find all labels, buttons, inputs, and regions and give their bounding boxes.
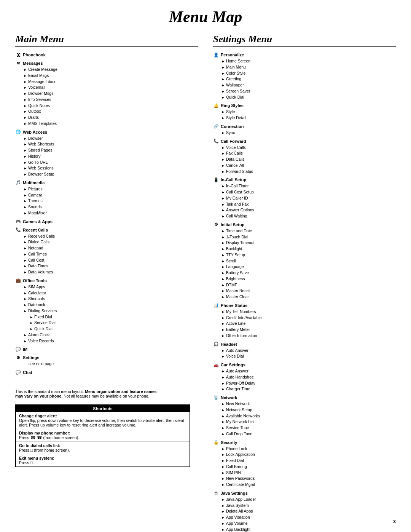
list-item: ►Email Msgs xyxy=(24,73,198,79)
menu-section-call-forward: 📞 Call Forward ►Voice Calls ►Fax Calls ►… xyxy=(213,138,396,175)
personalize-subitems: ►Home Screen ►Main Menu ►Color Style ►Gr… xyxy=(221,58,396,100)
list-item: ►New Network xyxy=(221,401,396,407)
list-item: ►App Vibration xyxy=(221,514,396,521)
office-tools-subitems: ►SIM Apps ►Calculator ►Shortcuts ►Datebo… xyxy=(24,284,198,344)
menu-item-java-settings: ☕ Java Settings xyxy=(213,490,396,496)
list-item: ►Auto Answer xyxy=(221,368,396,374)
connection-label: Connection xyxy=(221,124,244,129)
network-icon: 📡 xyxy=(213,395,219,401)
menu-section-office-tools: 💼 Office Tools ►SIM Apps ►Calculator ►Sh… xyxy=(15,278,198,344)
games-icon: 🎮 xyxy=(15,219,21,225)
menu-section-im: 💬 IM xyxy=(15,346,198,352)
list-item: ►Java System xyxy=(221,503,396,509)
list-item: ►Backlight xyxy=(221,246,396,252)
initial-setup-label: Initial Setup xyxy=(221,222,244,227)
shortcut-display-phone: Display my phone number: Press ☎ ☎ (from… xyxy=(16,429,190,442)
shortcut-exit-menu: Exit menu system: Press □. xyxy=(16,454,190,466)
menu-section-security: 🔒 Security ►Phone Lock ►Lock Application… xyxy=(213,439,396,488)
list-item: ►Fixed Dial xyxy=(30,314,198,320)
list-item: ►Quick Dial xyxy=(30,326,198,332)
list-item: ►Wallpaper xyxy=(221,82,396,88)
dialing-services-subitems: ►Fixed Dial ►Service Dial ►Quick Dial xyxy=(30,314,198,332)
list-item: ►App Backlight xyxy=(221,527,396,532)
footer-note: This is the standard main menu layout. M… xyxy=(15,389,190,398)
menu-item-connection: 🔗 Connection xyxy=(213,123,396,129)
menu-item-call-forward: 📞 Call Forward xyxy=(213,138,396,144)
settings-label: Settings xyxy=(23,355,39,360)
menu-section-personalize: 👤 Personalize ►Home Screen ►Main Menu ►C… xyxy=(213,52,396,100)
menu-item-office-tools: 💼 Office Tools xyxy=(15,278,198,284)
list-item: ►Certificate Mgmt xyxy=(221,482,396,488)
menu-item-web-access: 🌐 Web Access xyxy=(15,129,198,135)
shortcut-dialed-calls-body: Press □ (from home screen). xyxy=(19,448,186,452)
menu-item-personalize: 👤 Personalize xyxy=(213,52,396,58)
shortcut-dialed-calls: Go to dialed calls list: Press □ (from h… xyxy=(16,442,190,454)
list-item: ►Voice Dial xyxy=(221,353,396,359)
list-item: ►Home Screen xyxy=(221,58,396,64)
page-number: 3 xyxy=(393,519,396,524)
list-item: ►1-Touch Dial xyxy=(221,234,396,240)
list-item: ►Data Times xyxy=(24,263,198,269)
list-item: ►Talk and Fax xyxy=(221,201,396,208)
list-item: ►Auto Answer xyxy=(221,348,396,354)
list-item: ►Display Timeout xyxy=(221,240,396,246)
im-label: IM xyxy=(23,347,27,351)
list-item: ►Web Shortcuts xyxy=(24,141,198,147)
in-call-setup-label: In-Call Setup xyxy=(221,177,246,182)
call-forward-label: Call Forward xyxy=(221,139,246,144)
list-item: ►Browser Msgs xyxy=(24,91,198,97)
list-item: ►Data Calls xyxy=(221,157,396,163)
list-item: ►Dialed Calls xyxy=(24,239,198,245)
menu-item-ring-styles: 🔔 Ring Styles xyxy=(213,102,396,109)
call-forward-icon: 📞 xyxy=(213,138,219,144)
car-settings-icon: 🚗 xyxy=(213,362,219,368)
menu-item-headset: 🎧 Headset xyxy=(213,341,396,347)
settings-icon: ⚙ xyxy=(15,355,21,361)
list-item: ►Battery Meter xyxy=(221,327,396,333)
security-subitems: ►Phone Lock ►Lock Application ►Fixed Dia… xyxy=(221,446,396,488)
menu-section-car-settings: 🚗 Car Settings ►Auto Answer ►Auto Handsf… xyxy=(213,362,396,392)
list-item: ►Answer Options xyxy=(221,207,396,213)
list-item: ►SIM Apps xyxy=(24,284,198,290)
list-item: ►Service Tone xyxy=(221,425,396,431)
menu-section-recent-calls: 📞 Recent Calls ►Received Calls ►Dialed C… xyxy=(15,227,198,275)
list-item: ►In-Call Timer xyxy=(221,183,396,189)
list-item: ►Voicemail xyxy=(24,85,198,91)
list-item: ►SIM PIN xyxy=(221,470,396,476)
list-item: ►Quick Dial xyxy=(221,94,396,101)
list-item: ►Auto Handsfree xyxy=(221,374,396,380)
menu-item-multimedia: 🎵 Multimedia xyxy=(15,180,198,186)
list-item: ►My Network List xyxy=(221,419,396,425)
in-call-setup-subitems: ►In-Call Timer ►Call Cost Setup ►My Call… xyxy=(221,183,396,219)
security-icon: 🔒 xyxy=(213,439,219,446)
list-item: ►Call Waiting xyxy=(221,213,396,219)
list-item: ►Message Inbox xyxy=(24,79,198,85)
list-item: ►Phone Lock xyxy=(221,446,396,452)
list-item: ►Language xyxy=(221,264,396,270)
ring-styles-subitems: ►Style ►Style Detail xyxy=(221,109,396,121)
messages-subitems: ►Create Message ►Email Msgs ►Message Inb… xyxy=(24,67,198,127)
list-item: ►Shortcuts xyxy=(24,296,198,302)
menu-section-initial-setup: ⚙ Initial Setup ►Time and Date ►1-Touch … xyxy=(213,222,396,300)
menu-item-chat: 💬 Chat xyxy=(15,369,198,375)
list-item: ►Style Detail xyxy=(221,115,396,121)
list-item: ►Call Times xyxy=(24,251,198,257)
headset-subitems: ►Auto Answer ►Voice Dial xyxy=(221,348,396,360)
list-item: ►Browser xyxy=(24,136,198,142)
shortcuts-header: Shortcuts xyxy=(16,405,190,412)
list-item: ►Drafts xyxy=(24,115,198,121)
network-label: Network xyxy=(221,395,237,400)
connection-subitems: ►Sync xyxy=(221,130,396,136)
list-item: ►Style xyxy=(221,109,396,115)
web-access-label: Web Access xyxy=(23,130,47,134)
ring-styles-label: Ring Styles xyxy=(221,103,244,108)
web-access-subitems: ►Browser ►Web Shortcuts ►Stored Pages ►H… xyxy=(24,136,198,177)
list-item: ►Voice Calls xyxy=(221,145,396,151)
list-item: ►Other Information xyxy=(221,333,396,339)
phone-status-label: Phone Status xyxy=(221,303,247,308)
list-item: ►Themes xyxy=(24,198,198,204)
messages-icon: ✉ xyxy=(15,60,21,66)
list-item: ►Stored Pages xyxy=(24,147,198,153)
list-item: ►Call Drop Tone xyxy=(221,431,396,437)
list-item: ►MMS Templates xyxy=(24,121,198,127)
